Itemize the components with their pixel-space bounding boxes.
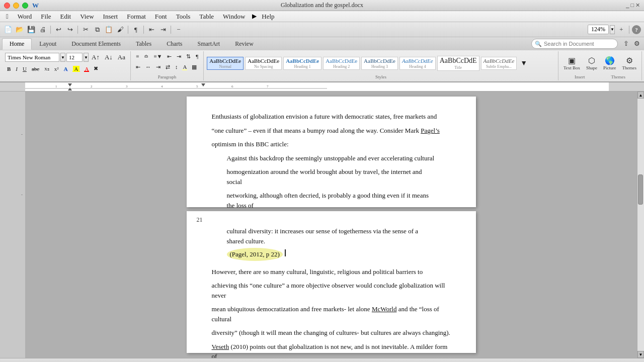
zoom-in-button[interactable]: + bbox=[616, 25, 626, 35]
style-heading2[interactable]: AaBbCcDdEe Heading 2 bbox=[323, 57, 360, 70]
change-case-button[interactable]: Aa bbox=[116, 52, 127, 62]
style-normal[interactable]: AaBbCcDdEe Normal bbox=[207, 57, 244, 70]
tab-document-elements[interactable]: Document Elements bbox=[64, 38, 128, 50]
menu-insert[interactable]: Insert bbox=[99, 12, 122, 22]
menu-help[interactable]: Help bbox=[258, 12, 278, 22]
new-document-button[interactable]: 📄 bbox=[3, 25, 13, 35]
style-heading3[interactable]: AaBbCcDdEe Heading 3 bbox=[361, 57, 398, 70]
tab-smartart[interactable]: SmartArt bbox=[190, 38, 227, 50]
menu-table[interactable]: Table bbox=[195, 12, 218, 22]
increase-indent-button[interactable]: ⇥ bbox=[175, 52, 183, 61]
highlight-color-button[interactable]: A bbox=[71, 65, 82, 73]
save-button[interactable]: 💾 bbox=[26, 25, 36, 35]
traffic-lights[interactable] bbox=[4, 3, 28, 9]
themes-button[interactable]: ⚙ Themes bbox=[620, 55, 639, 71]
menu-font[interactable]: Font bbox=[151, 12, 171, 22]
align-left-button[interactable]: ⇤ bbox=[134, 63, 142, 71]
show-formatting-button[interactable]: ¶ bbox=[131, 25, 141, 35]
indent-increase-button[interactable]: ⇥ bbox=[158, 25, 168, 35]
tab-tables[interactable]: Tables bbox=[128, 38, 159, 50]
justify-button[interactable]: ⇄ bbox=[164, 63, 172, 71]
font-name-dropdown[interactable]: ▼ bbox=[60, 53, 65, 62]
open-button[interactable]: 📂 bbox=[15, 25, 25, 35]
zoom-value[interactable]: 124% bbox=[588, 25, 609, 34]
tab-charts[interactable]: Charts bbox=[159, 38, 190, 50]
shading-button[interactable]: A bbox=[181, 63, 189, 71]
style-no-spacing[interactable]: AaBbCcDdEe No Spacing bbox=[245, 57, 282, 70]
tab-home[interactable]: Home bbox=[2, 38, 32, 50]
clear-formatting-button[interactable]: ✖ bbox=[92, 64, 100, 73]
numbering-button[interactable]: ≏ bbox=[142, 52, 150, 61]
style-title[interactable]: AaBbCcDdE Title bbox=[437, 56, 479, 71]
tab-review[interactable]: Review bbox=[227, 38, 261, 50]
tab-layout[interactable]: Layout bbox=[32, 38, 64, 50]
line-spacing-button[interactable]: ↕ bbox=[173, 63, 180, 71]
ribbon-options-button[interactable]: ⚙ bbox=[632, 39, 642, 49]
window-control-icons[interactable]: ⎯ □ ✕ bbox=[626, 2, 640, 9]
bold-button[interactable]: B bbox=[5, 65, 13, 73]
menu-word[interactable]: Word bbox=[14, 12, 36, 22]
search-input[interactable] bbox=[544, 41, 614, 47]
decrease-indent-button[interactable]: ⇤ bbox=[165, 52, 174, 61]
scroll-up-button[interactable]: ▲ bbox=[637, 92, 644, 99]
menu-window[interactable]: Window bbox=[219, 12, 249, 22]
undo-button[interactable]: ↩ bbox=[53, 25, 63, 35]
cut-button[interactable]: ✂ bbox=[80, 25, 91, 35]
align-right-button[interactable]: ⇥ bbox=[154, 63, 163, 71]
styles-more-button[interactable]: ▼ bbox=[518, 58, 529, 68]
italic-button[interactable]: I bbox=[14, 65, 20, 73]
sort-button[interactable]: ⇅ bbox=[184, 52, 193, 61]
menu-view[interactable]: View bbox=[76, 12, 98, 22]
document-area[interactable]: Enthusiasts of globalization envision a … bbox=[25, 92, 637, 358]
menu-apple[interactable]:  bbox=[2, 12, 13, 22]
subscript-button[interactable]: x₂ bbox=[42, 64, 51, 73]
font-name-selector[interactable]: Times New Roman bbox=[5, 53, 59, 62]
font-size-dropdown[interactable]: ▼ bbox=[84, 53, 89, 62]
zoom-dropdown-button[interactable]: ▼ bbox=[610, 25, 615, 34]
paste-button[interactable]: 📋 bbox=[104, 25, 114, 35]
shape-button[interactable]: ⬡ Shape bbox=[584, 55, 599, 71]
help-button[interactable]: ? bbox=[632, 25, 641, 34]
textbox-button[interactable]: ▣ Text Box bbox=[561, 55, 582, 71]
font-color-button[interactable]: A bbox=[83, 65, 91, 73]
align-center-button[interactable]: ↔ bbox=[143, 63, 153, 71]
style-subtle-emphasis[interactable]: AaBbCcDdEe Subtle Empha... bbox=[481, 57, 517, 70]
copy-button[interactable]: ⧉ bbox=[92, 25, 102, 35]
style-heading4[interactable]: AaBbCcDdEe Heading 4 bbox=[399, 57, 436, 70]
search-box[interactable]: 🔍 bbox=[531, 39, 618, 49]
redo-button[interactable]: ↪ bbox=[65, 25, 75, 35]
borders-button[interactable]: ▦ bbox=[190, 63, 199, 71]
vertical-scrollbar[interactable]: ▲ ▼ bbox=[637, 92, 644, 358]
style-heading1[interactable]: AaBbCcDdEe Heading 1 bbox=[283, 57, 321, 70]
ribbon-tabs: Home Layout Document Elements Tables Cha… bbox=[0, 37, 644, 50]
scroll-thumb[interactable] bbox=[638, 174, 643, 205]
format-painter-button[interactable]: 🖌 bbox=[115, 25, 125, 35]
close-button[interactable] bbox=[4, 3, 10, 9]
zoom-out-button[interactable]: − bbox=[174, 25, 184, 35]
ruler-ticks: 1 2 3 4 5 6 7 bbox=[25, 82, 609, 91]
scroll-track[interactable] bbox=[637, 99, 644, 351]
scroll-down-button[interactable]: ▼ bbox=[637, 351, 644, 358]
font-shrink-button[interactable]: A↓ bbox=[103, 52, 115, 62]
ribbon: Home Layout Document Elements Tables Cha… bbox=[0, 37, 644, 82]
menu-format[interactable]: Format bbox=[123, 12, 150, 22]
text-effects-button[interactable]: A bbox=[62, 65, 70, 73]
font-grow-button[interactable]: A↑ bbox=[90, 52, 102, 62]
superscript-button[interactable]: x² bbox=[52, 65, 61, 73]
multilevel-list-button[interactable]: ≡▼ bbox=[151, 52, 164, 61]
show-hide-button[interactable]: ¶ bbox=[194, 52, 200, 61]
zoom-area: 124% ▼ bbox=[588, 25, 615, 34]
font-size-selector[interactable]: 12 bbox=[66, 53, 83, 62]
picture-button[interactable]: 🌎 Picture bbox=[601, 55, 618, 71]
menu-edit[interactable]: Edit bbox=[56, 12, 75, 22]
maximize-button[interactable] bbox=[22, 3, 28, 9]
menu-tools[interactable]: Tools bbox=[172, 12, 195, 22]
minimize-button[interactable] bbox=[13, 3, 19, 9]
indent-decrease-button[interactable]: ⇤ bbox=[146, 25, 156, 35]
menu-file[interactable]: File bbox=[37, 12, 55, 22]
underline-button[interactable]: U bbox=[21, 65, 29, 73]
bullets-button[interactable]: ≡ bbox=[134, 52, 141, 61]
strikethrough-button[interactable]: abc bbox=[30, 65, 41, 73]
print-button[interactable]: 🖨 bbox=[38, 25, 48, 35]
ribbon-toggle-button[interactable]: ⇧ bbox=[621, 39, 631, 49]
